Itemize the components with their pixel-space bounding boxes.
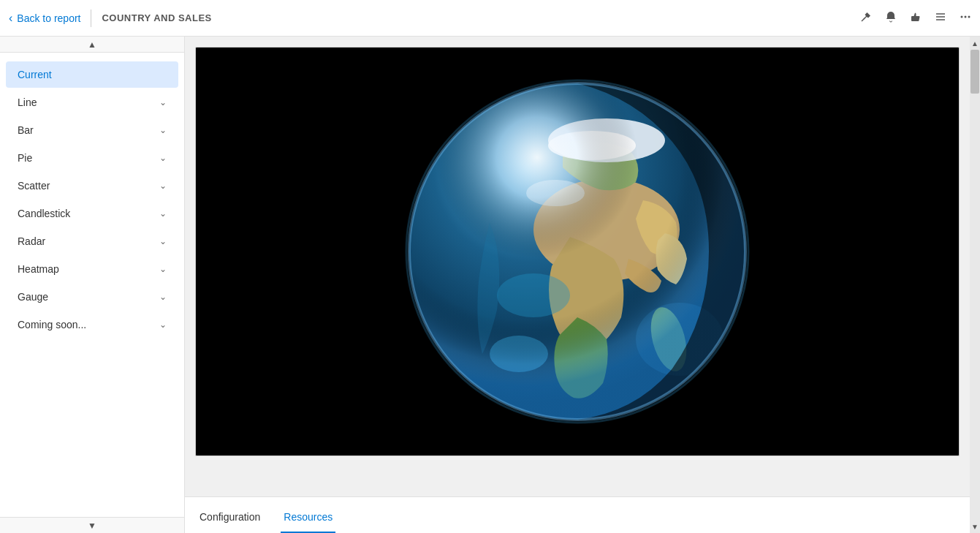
topbar-divider	[91, 10, 91, 27]
earth-svg	[402, 76, 753, 427]
chevron-down-icon: ⌄	[159, 181, 167, 191]
sidebar: ▲ Current Line ⌄ Bar ⌄ Pie ⌄ Scatter ⌄	[0, 37, 185, 533]
sidebar-item-line-label: Line	[18, 97, 37, 108]
chevron-down-icon: ⌄	[159, 320, 167, 330]
sidebar-item-line[interactable]: Line ⌄	[6, 89, 178, 116]
bottom-tabs: Configuration Resources	[185, 496, 970, 533]
sidebar-item-current-label: Current	[18, 69, 52, 80]
sidebar-item-candlestick-label: Candlestick	[18, 208, 70, 219]
sidebar-item-scatter-label: Scatter	[18, 180, 50, 192]
chevron-down-icon: ⌄	[159, 236, 167, 246]
sidebar-item-bar[interactable]: Bar ⌄	[6, 117, 178, 143]
thumbs-up-icon[interactable]	[910, 11, 922, 26]
tab-resources-label: Resources	[284, 511, 333, 523]
chevron-down-icon: ⌄	[159, 97, 167, 107]
sidebar-item-current[interactable]: Current	[6, 61, 178, 88]
sidebar-item-scatter[interactable]: Scatter ⌄	[6, 173, 178, 199]
svg-line-0	[862, 18, 865, 21]
right-content-area: Configuration Resources	[185, 37, 970, 533]
earth-globe	[402, 76, 753, 427]
lines-icon[interactable]	[935, 11, 946, 26]
panel-scroll-thumb[interactable]	[970, 50, 979, 94]
sidebar-scroll-area: Current Line ⌄ Bar ⌄ Pie ⌄ Scatter ⌄ Can…	[0, 53, 184, 517]
sidebar-scroll-up[interactable]: ▲	[0, 37, 184, 53]
sidebar-item-pie[interactable]: Pie ⌄	[6, 145, 178, 171]
svg-point-5	[965, 15, 967, 18]
back-to-report-link[interactable]: ‹ Back to report	[9, 12, 80, 25]
right-panel-container: Configuration Resources ▲ ▼	[185, 37, 980, 533]
tab-resources[interactable]: Resources	[281, 502, 335, 533]
sidebar-item-pie-label: Pie	[18, 152, 32, 164]
back-label: Back to report	[17, 12, 80, 24]
more-options-icon[interactable]	[960, 11, 971, 26]
sidebar-item-candlestick[interactable]: Candlestick ⌄	[6, 200, 178, 227]
sidebar-item-bar-label: Bar	[18, 124, 34, 136]
pin-icon[interactable]	[860, 11, 872, 26]
panel-scroll-down[interactable]: ▼	[970, 520, 980, 533]
chevron-down-icon: ⌄	[159, 153, 167, 163]
bell-icon[interactable]	[885, 11, 897, 26]
sidebar-item-heatmap-label: Heatmap	[18, 263, 59, 275]
sidebar-item-gauge-label: Gauge	[18, 291, 48, 303]
right-scroll-area	[185, 37, 970, 496]
svg-point-6	[968, 15, 970, 18]
sidebar-item-coming-soon[interactable]: Coming soon... ⌄	[6, 311, 178, 338]
sidebar-item-heatmap[interactable]: Heatmap ⌄	[6, 256, 178, 282]
sidebar-item-coming-soon-label: Coming soon...	[18, 319, 86, 330]
panel-scroll-track	[970, 50, 980, 520]
main-content: ▲ Current Line ⌄ Bar ⌄ Pie ⌄ Scatter ⌄	[0, 37, 980, 533]
chevron-down-icon: ⌄	[159, 264, 167, 274]
sidebar-item-gauge[interactable]: Gauge ⌄	[6, 284, 178, 310]
topbar: ‹ Back to report COUNTRY AND SALES	[0, 0, 980, 37]
svg-point-4	[961, 15, 963, 18]
panel-scroll-up[interactable]: ▲	[970, 37, 980, 50]
panel-scrollbar: ▲ ▼	[970, 37, 980, 533]
page-title: COUNTRY AND SALES	[102, 12, 211, 23]
sidebar-scroll-down[interactable]: ▼	[0, 517, 184, 533]
topbar-icons	[860, 11, 971, 26]
globe-container	[195, 47, 960, 456]
chevron-down-icon: ⌄	[159, 208, 167, 219]
back-arrow-icon: ‹	[9, 12, 12, 25]
tab-configuration-label: Configuration	[200, 511, 260, 523]
chevron-down-icon: ⌄	[159, 292, 167, 302]
sidebar-item-radar-label: Radar	[18, 235, 45, 247]
tab-configuration[interactable]: Configuration	[197, 502, 263, 533]
sidebar-item-radar[interactable]: Radar ⌄	[6, 228, 178, 254]
chevron-down-icon: ⌄	[159, 125, 167, 135]
